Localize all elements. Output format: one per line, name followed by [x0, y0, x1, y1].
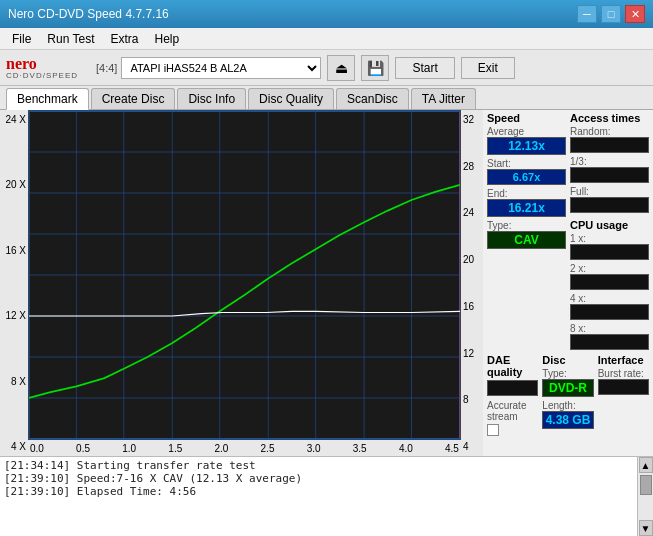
eject-button[interactable]: ⏏ [327, 55, 355, 81]
tabs: Benchmark Create Disc Disc Info Disc Qua… [0, 86, 653, 110]
nero-logo: nero [6, 56, 78, 72]
cpu-1x-label: 1 x: [570, 233, 649, 244]
bottom-panels-row: DAE quality Accurate stream Disc Type: D… [487, 354, 649, 436]
cpu-panel-title: CPU usage [570, 219, 649, 231]
y-axis-right: 32 28 24 20 16 12 8 4 [461, 110, 483, 456]
drive-label: [4:4] [96, 62, 117, 74]
chart-plot [28, 110, 461, 440]
log-area: [21:34:14] Starting transfer rate test [… [0, 456, 653, 536]
yr-24: 24 [463, 207, 474, 218]
tab-scandisc[interactable]: ScanDisc [336, 88, 409, 109]
scroll-down-button[interactable]: ▼ [639, 520, 653, 536]
cpu-4x-value [570, 304, 649, 320]
chart-container: 24 X 20 X 16 X 12 X 8 X 4 X [0, 110, 653, 456]
x-label-10: 1.0 [122, 443, 136, 454]
accurate-stream-row [487, 424, 538, 436]
minimize-button[interactable]: ─ [577, 5, 597, 23]
speed-type-label: Type: [487, 220, 566, 231]
logo-area: nero CD·DVD/SPEED [6, 56, 82, 80]
x-label-25: 2.5 [261, 443, 275, 454]
maximize-button[interactable]: □ [601, 5, 621, 23]
disc-panel: Disc Type: DVD-R Length: 4.38 GB [542, 354, 593, 436]
y-label-12: 12 X [5, 310, 26, 321]
close-button[interactable]: ✕ [625, 5, 645, 23]
cpu-4x-label: 4 x: [570, 293, 649, 304]
access-panel-title: Access times [570, 112, 649, 124]
chart-inner: 0.0 0.5 1.0 1.5 2.0 2.5 3.0 3.5 4.0 4.5 [28, 110, 461, 456]
cpu-1x-value [570, 244, 649, 260]
y-label-24: 24 X [5, 114, 26, 125]
scroll-thumb[interactable] [640, 475, 652, 495]
cpu-2x-label: 2 x: [570, 263, 649, 274]
tab-disc-quality[interactable]: Disc Quality [248, 88, 334, 109]
interface-panel: Interface Burst rate: [598, 354, 649, 436]
titlebar: Nero CD-DVD Speed 4.7.7.16 ─ □ ✕ [0, 0, 653, 28]
yr-4: 4 [463, 441, 469, 452]
access-full-value [570, 197, 649, 213]
x-label-15: 1.5 [168, 443, 182, 454]
tab-ta-jitter[interactable]: TA Jitter [411, 88, 476, 109]
dae-panel: DAE quality Accurate stream [487, 354, 538, 436]
x-label-20: 2.0 [214, 443, 228, 454]
chart-svg [29, 111, 460, 439]
menu-help[interactable]: Help [147, 30, 188, 48]
y-axis-left: 24 X 20 X 16 X 12 X 8 X 4 X [0, 110, 28, 456]
scroll-up-button[interactable]: ▲ [639, 457, 653, 473]
log-line-1: [21:39:10] Speed:7-16 X CAV (12.13 X ave… [4, 472, 633, 485]
start-button[interactable]: Start [395, 57, 454, 79]
log-line-0: [21:34:14] Starting transfer rate test [4, 459, 633, 472]
accurate-stream-checkbox[interactable] [487, 424, 499, 436]
yr-16: 16 [463, 301, 474, 312]
right-panels: Speed Average 12.13x Start: 6.67x End: 1… [483, 110, 653, 456]
disc-length-value: 4.38 GB [542, 411, 593, 429]
drive-selector: [4:4] ATAPI iHAS524 B AL2A [96, 57, 321, 79]
menu-extra[interactable]: Extra [102, 30, 146, 48]
x-label-0: 0.0 [30, 443, 44, 454]
burst-rate-label: Burst rate: [598, 368, 649, 379]
access-cpu-col: Access times Random: 1/3: Full: CPU usag… [570, 112, 649, 350]
access-random-label: Random: [570, 126, 649, 137]
disc-type-value: DVD-R [542, 379, 593, 397]
x-label-40: 4.0 [399, 443, 413, 454]
disc-type-label: Type: [542, 368, 593, 379]
menu-file[interactable]: File [4, 30, 39, 48]
y-label-4: 4 X [11, 441, 26, 452]
tab-disc-info[interactable]: Disc Info [177, 88, 246, 109]
content-area: 24 X 20 X 16 X 12 X 8 X 4 X [0, 110, 653, 456]
x-label-35: 3.5 [353, 443, 367, 454]
dae-value [487, 380, 538, 396]
x-label-05: 0.5 [76, 443, 90, 454]
save-button[interactable]: 💾 [361, 55, 389, 81]
x-label-30: 3.0 [307, 443, 321, 454]
drive-combo[interactable]: ATAPI iHAS524 B AL2A [121, 57, 321, 79]
app-window: Nero CD-DVD Speed 4.7.7.16 ─ □ ✕ File Ru… [0, 0, 653, 536]
yr-20: 20 [463, 254, 474, 265]
speed-average-label: Average [487, 126, 566, 137]
nero-logo-sub: CD·DVD/SPEED [6, 72, 78, 80]
speed-start-value: 6.67x [487, 169, 566, 185]
tab-create-disc[interactable]: Create Disc [91, 88, 176, 109]
speed-end-label: End: [487, 188, 566, 199]
cpu-2x-value [570, 274, 649, 290]
exit-button[interactable]: Exit [461, 57, 515, 79]
y-label-16: 16 X [5, 245, 26, 256]
yr-12: 12 [463, 348, 474, 359]
yr-8: 8 [463, 394, 469, 405]
speed-end-value: 16.21x [487, 199, 566, 217]
speed-start-label: Start: [487, 158, 566, 169]
menubar: File Run Test Extra Help [0, 28, 653, 50]
speed-panel-title: Speed [487, 112, 566, 124]
log-line-2: [21:39:10] Elapsed Time: 4:56 [4, 485, 633, 498]
tab-benchmark[interactable]: Benchmark [6, 88, 89, 110]
access-onethird-label: 1/3: [570, 156, 649, 167]
y-label-8: 8 X [11, 376, 26, 387]
y-label-20: 20 X [5, 179, 26, 190]
menu-run-test[interactable]: Run Test [39, 30, 102, 48]
access-random-value [570, 137, 649, 153]
window-title: Nero CD-DVD Speed 4.7.7.16 [8, 7, 169, 21]
titlebar-controls: ─ □ ✕ [577, 5, 645, 23]
access-full-label: Full: [570, 186, 649, 197]
cpu-8x-value [570, 334, 649, 350]
speed-average-value: 12.13x [487, 137, 566, 155]
top-panels-row: Speed Average 12.13x Start: 6.67x End: 1… [487, 112, 649, 350]
